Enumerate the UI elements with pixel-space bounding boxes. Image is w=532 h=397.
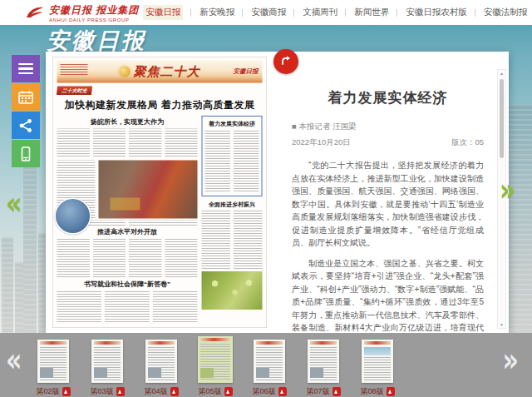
nav-item-xinan-evening[interactable]: 新安晚报: [195, 4, 247, 21]
nav-item-news-world[interactable]: 新闻世界: [350, 4, 401, 21]
back-button[interactable]: [273, 49, 298, 74]
share-button[interactable]: [12, 112, 40, 139]
menu-icon: [18, 61, 33, 77]
thumbnail-image[interactable]: [362, 340, 393, 383]
calendar-icon: [18, 90, 33, 105]
party-emblem-icon: [120, 67, 131, 77]
paper-left-region: 扬皖所长，实现更大作为: [57, 116, 198, 324]
menu-button[interactable]: [12, 55, 40, 82]
logo-title: 安徽日报 报业集团: [49, 3, 139, 17]
pdf-icon[interactable]: [387, 387, 395, 396]
thumbnail-photo-block: [148, 368, 161, 378]
press-group-logo[interactable]: 安徽日报 报业集团 ANHUI DAILY PRESS GROUP: [25, 3, 139, 22]
article-meta: 2022年10月20日 版次：05: [292, 137, 484, 148]
placeholder-text-columns: [57, 291, 198, 324]
thumbnail-photo-block: [94, 368, 107, 378]
thumbnail-label[interactable]: 第03版: [90, 386, 113, 397]
reader-panel: 聚焦二十大 安徽日报 二十大时光 加快构建新发展格局 着力推动高质量发展 扬皖所…: [46, 52, 509, 333]
article-body: “党的二十大报告提出，坚持把发展经济的着力点放在实体经济上，推进新型工业化，加快…: [292, 159, 484, 333]
thumbnail-item-page-07[interactable]: 第07版: [303, 340, 343, 397]
paper-article-bottom-headline: 书写就业和社会保障“新答卷”: [57, 280, 198, 290]
paper-headline: 加快构建新发展格局 着力推动高质量发展: [58, 98, 262, 112]
scroll-down-button[interactable]: ▼: [498, 321, 505, 328]
thumbnail-label[interactable]: 第06版: [252, 386, 275, 397]
thumbnail-label[interactable]: 第05版: [198, 386, 221, 397]
phone-icon: [18, 146, 33, 161]
thumbnail-photo-block: [256, 368, 269, 378]
thumbnail-item-page-03[interactable]: 第03版: [87, 340, 127, 397]
nav-item-anhui-business[interactable]: 安徽商报: [247, 4, 298, 21]
thumbnail-photo-block: [200, 368, 214, 378]
pdf-icon[interactable]: [332, 387, 341, 396]
paper-article-highlighted-headline: 着力发展实体经济: [205, 120, 259, 127]
article-panel: 着力发展实体经济 ■ 本报记者 汪国梁 2022年10月20日 版次：05 “党…: [272, 52, 509, 333]
pdf-icon[interactable]: [62, 387, 71, 396]
newspaper-page-inner: 聚焦二十大 安徽日报 二十大时光 加快构建新发展格局 着力推动高质量发展 扬皖所…: [52, 57, 267, 328]
thumbnail-item-page-04[interactable]: 第04版: [141, 340, 181, 397]
nav-item-anhui-daily[interactable]: 安徽日报: [139, 2, 195, 22]
top-nav: 安徽日报 新安晚报 安徽商报 文摘周刊 新闻世界 安徽日报农村版 安徽法制报 江…: [139, 2, 532, 22]
thumbnail-photo-block: [40, 368, 53, 378]
nav-item-rural-edition[interactable]: 安徽日报农村版: [401, 4, 480, 21]
thumbnail-image[interactable]: [145, 340, 177, 383]
paper-article-right-headline: 全面推进乡村振兴: [202, 201, 263, 208]
thumbnail-image[interactable]: [254, 340, 285, 383]
pdf-icon[interactable]: [278, 387, 287, 396]
circle-photo: [55, 198, 91, 235]
placeholder-text-columns: [202, 211, 263, 269]
thumbnail-list: 第02版 第03版 第04版 第05版 第06版 第07版 第08版: [33, 336, 397, 397]
paper-banner-title: 聚焦二十大: [134, 63, 200, 81]
paper-article-left-headline: 扬皖所长，实现更大作为: [57, 117, 198, 127]
mobile-button[interactable]: [12, 140, 40, 167]
thumbnail-photo-block: [310, 368, 323, 378]
highlighted-article-box[interactable]: 着力发展实体经济: [202, 116, 263, 196]
thumbnail-item-page-02[interactable]: 第02版: [33, 340, 73, 397]
article-date: 2022年10月20日: [292, 137, 351, 148]
strip-prev-button[interactable]: «: [6, 341, 22, 380]
strip-next-button[interactable]: »: [503, 341, 519, 380]
newspaper-page-side: 聚焦二十大 安徽日报 二十大时光 加快构建新发展格局 着力推动高质量发展 扬皖所…: [46, 52, 272, 333]
thumbnail-label[interactable]: 第04版: [144, 386, 167, 397]
placeholder-text-columns: [57, 239, 198, 279]
pdf-icon[interactable]: [116, 387, 125, 396]
scroll-up-button[interactable]: ▲: [498, 70, 505, 77]
article-byline: ■ 本报记者 汪国梁: [292, 122, 484, 132]
thumbnail-label[interactable]: 第08版: [360, 386, 383, 397]
article-paragraph: “党的二十大报告提出，坚持把发展经济的着力点放在实体经济上，推进新型工业化，加快…: [292, 159, 484, 250]
top-header: 安徽日报 报业集团 ANHUI DAILY PRESS GROUP 安徽日报 新…: [0, 0, 532, 25]
thumbnail-item-page-06[interactable]: 第06版: [249, 340, 289, 397]
article-paragraph: 制造业是立国之本、强国之基、兴省之要。柯文斌表示，要坚持“培育+引进”强企业、“…: [292, 257, 484, 334]
thumbnail-item-page-05[interactable]: 第05版: [195, 336, 235, 397]
pdf-icon[interactable]: [224, 387, 233, 396]
thumbnail-item-page-08[interactable]: 第08版: [357, 340, 397, 397]
thumbnail-label[interactable]: 第02版: [36, 386, 59, 397]
back-arrow-icon: [279, 55, 293, 68]
calendar-button[interactable]: [12, 83, 40, 111]
factory-photo: [98, 161, 197, 219]
sidebar-toolbar: [12, 55, 40, 168]
thumbnail-image[interactable]: [198, 336, 233, 383]
nav-item-legal-daily[interactable]: 安徽法制报: [480, 4, 532, 21]
thumbnail-strip: « 第02版 第03版 第04版 第05版 第06版 第07版 第08版: [0, 333, 532, 397]
page-prev-button[interactable]: «: [6, 185, 22, 221]
thumbnail-image[interactable]: [37, 340, 69, 383]
share-icon: [18, 118, 33, 133]
thumbnail-image[interactable]: [308, 340, 339, 383]
thumbnail-label[interactable]: 第07版: [306, 386, 329, 397]
placeholder-text-columns: [57, 129, 198, 158]
paper-photo-row: [57, 161, 198, 219]
thumbnail-photo-block: [364, 347, 391, 355]
nav-item-digest-weekly[interactable]: 文摘周刊: [298, 4, 350, 21]
scroll-thumb[interactable]: [500, 79, 504, 158]
orchard-photo: [202, 271, 263, 310]
paper-right-region: 着力发展实体经济 全面推进乡村振兴: [202, 116, 263, 324]
thumbnail-image[interactable]: [91, 340, 123, 383]
press-group-logo-icon: [25, 5, 45, 20]
pdf-icon[interactable]: [170, 387, 179, 396]
newspaper-page[interactable]: 聚焦二十大 安徽日报 二十大时光 加快构建新发展格局 着力推动高质量发展 扬皖所…: [52, 57, 267, 328]
logo-text: 安徽日报 报业集团 ANHUI DAILY PRESS GROUP: [49, 3, 139, 22]
article-title: 着力发展实体经济: [292, 88, 484, 107]
page-next-button[interactable]: »: [500, 171, 515, 208]
logo-subtitle: ANHUI DAILY PRESS GROUP: [49, 17, 139, 22]
article-edition: 版次：05: [451, 137, 484, 148]
